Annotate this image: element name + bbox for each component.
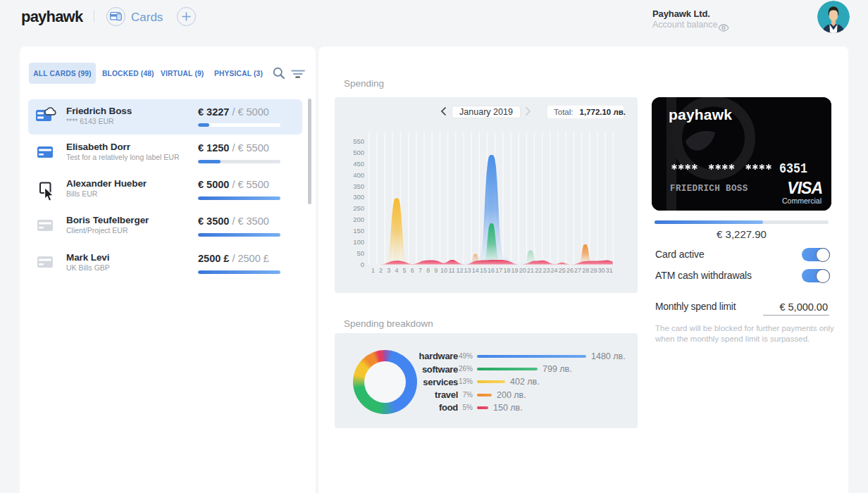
svg-text:4: 4: [395, 267, 398, 274]
svg-text:8: 8: [426, 267, 430, 274]
svg-text:22: 22: [535, 267, 542, 274]
svg-text:13: 13: [464, 267, 471, 274]
svg-text:16: 16: [488, 267, 495, 274]
svg-text:9: 9: [434, 267, 438, 274]
svg-text:11: 11: [449, 267, 455, 274]
svg-text:17: 17: [495, 267, 502, 274]
svg-text:18: 18: [503, 267, 510, 274]
svg-text:15: 15: [480, 267, 487, 274]
svg-text:21: 21: [527, 267, 534, 274]
svg-text:250: 250: [353, 204, 364, 212]
svg-text:150: 150: [353, 227, 364, 235]
svg-text:19: 19: [512, 267, 519, 274]
svg-text:3: 3: [387, 267, 390, 274]
svg-text:550: 550: [353, 137, 364, 145]
svg-text:28: 28: [582, 267, 589, 274]
svg-text:400: 400: [353, 171, 364, 179]
svg-text:25: 25: [559, 267, 566, 274]
svg-text:5: 5: [403, 267, 407, 274]
svg-text:1: 1: [371, 267, 375, 274]
svg-text:20: 20: [519, 267, 526, 274]
svg-text:30: 30: [598, 267, 605, 274]
svg-text:2: 2: [379, 267, 383, 274]
svg-text:50: 50: [356, 249, 364, 257]
svg-text:14: 14: [472, 267, 479, 274]
svg-text:31: 31: [606, 267, 613, 274]
svg-text:27: 27: [574, 267, 581, 274]
svg-text:200: 200: [353, 216, 364, 223]
svg-text:350: 350: [353, 182, 364, 190]
svg-text:500: 500: [353, 149, 364, 156]
svg-text:6: 6: [411, 267, 414, 274]
svg-text:10: 10: [440, 267, 447, 274]
svg-text:24: 24: [550, 267, 557, 274]
svg-text:450: 450: [353, 160, 364, 168]
svg-text:6351: 6351: [779, 161, 807, 177]
svg-text:300: 300: [353, 193, 364, 201]
svg-text:0: 0: [361, 261, 364, 268]
svg-text:26: 26: [566, 267, 574, 274]
svg-text:23: 23: [542, 267, 550, 274]
svg-text:7: 7: [418, 267, 422, 274]
svg-text:29: 29: [590, 267, 597, 274]
svg-text:12: 12: [456, 267, 463, 274]
svg-text:100: 100: [353, 238, 364, 246]
